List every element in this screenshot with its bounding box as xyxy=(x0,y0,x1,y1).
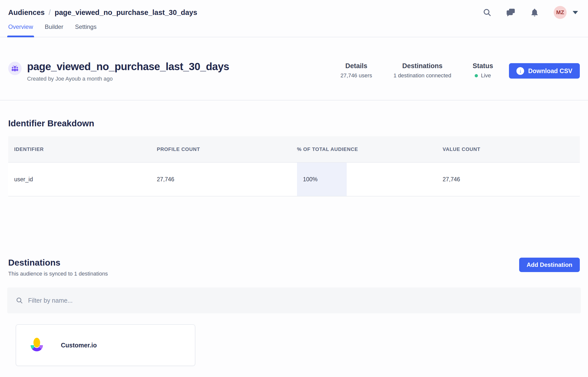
col-profile-count: PROFILE COUNT xyxy=(157,146,297,152)
top-bar: Audiences / page_viewed_no_purchase_last… xyxy=(0,0,588,19)
col-identifier: IDENTIFIER xyxy=(8,146,157,152)
audience-summary: Details 27,746 users Destinations 1 dest… xyxy=(340,61,580,79)
destinations-title: Destinations xyxy=(8,258,108,268)
col-pct-of-total: % OF TOTAL AUDIENCE xyxy=(297,146,443,152)
cell-value-count: 27,746 xyxy=(443,163,580,196)
audience-people-icon xyxy=(8,62,22,75)
filter-search-icon xyxy=(16,297,23,304)
cell-pct-of-total: 100% xyxy=(297,163,443,196)
download-csv-label: Download CSV xyxy=(528,67,572,75)
destination-card-customerio[interactable]: Customer.io xyxy=(16,324,195,366)
destination-filter-bar xyxy=(7,287,581,313)
avatar[interactable]: MZ xyxy=(554,6,567,19)
stat-details-value: 27,746 users xyxy=(340,72,372,79)
breadcrumb-separator: / xyxy=(49,8,51,17)
page-title: page_viewed_no_purchase_last_30_days xyxy=(27,61,229,73)
download-icon: ↓ xyxy=(516,67,524,75)
stat-status-label: Status xyxy=(473,62,493,70)
tab-settings[interactable]: Settings xyxy=(75,23,97,37)
table-header-row: IDENTIFIER PROFILE COUNT % OF TOTAL AUDI… xyxy=(8,136,580,163)
download-csv-button[interactable]: ↓ Download CSV xyxy=(509,63,580,79)
identifier-breakdown-table: IDENTIFIER PROFILE COUNT % OF TOTAL AUDI… xyxy=(8,136,580,196)
tab-bar: Overview Builder Settings xyxy=(0,23,588,37)
cell-profile-count: 27,746 xyxy=(157,163,297,196)
filter-by-name-input[interactable] xyxy=(28,297,581,304)
notifications-bell-icon[interactable] xyxy=(530,8,539,17)
status-badge: Live xyxy=(473,72,493,79)
audience-header: page_viewed_no_purchase_last_30_days Cre… xyxy=(0,37,588,82)
tab-overview[interactable]: Overview xyxy=(8,23,33,37)
status-live-dot-icon xyxy=(475,74,478,77)
created-by-text: Created by Joe Ayoub a month ago xyxy=(27,76,229,82)
add-destination-button[interactable]: Add Destination xyxy=(519,258,580,272)
stat-status: Status Live xyxy=(473,62,493,79)
stat-destinations: Destinations 1 destination connected xyxy=(393,62,451,79)
search-icon[interactable] xyxy=(483,8,492,17)
identifier-breakdown-title: Identifier Breakdown xyxy=(8,118,580,128)
status-live-text: Live xyxy=(481,72,491,79)
pct-highlight-bar: 100% xyxy=(297,163,347,196)
customerio-logo-icon xyxy=(29,336,45,354)
breadcrumb-current-page: page_viewed_no_purchase_last_30_days xyxy=(55,8,197,17)
tab-builder[interactable]: Builder xyxy=(45,23,63,37)
destinations-subtitle: This audience is synced to 1 destination… xyxy=(8,271,108,277)
chevron-down-icon[interactable] xyxy=(573,11,578,14)
account-menu[interactable]: MZ xyxy=(554,6,578,19)
breadcrumb: Audiences / page_viewed_no_purchase_last… xyxy=(8,8,197,17)
stat-details-label: Details xyxy=(340,62,372,70)
identifier-breakdown-section: Identifier Breakdown IDENTIFIER PROFILE … xyxy=(0,118,588,196)
header-divider xyxy=(0,100,588,100)
stat-destinations-value: 1 destination connected xyxy=(393,72,451,79)
destinations-header: Destinations This audience is synced to … xyxy=(0,258,588,277)
col-value-count: VALUE COUNT xyxy=(443,146,580,152)
chat-icon[interactable] xyxy=(506,8,515,17)
audience-title-block: page_viewed_no_purchase_last_30_days Cre… xyxy=(8,61,229,82)
stat-details: Details 27,746 users xyxy=(340,62,372,79)
topbar-actions: MZ xyxy=(483,6,578,19)
stat-destinations-label: Destinations xyxy=(393,62,451,70)
cell-identifier: user_id xyxy=(8,163,157,196)
stats-row: Details 27,746 users Destinations 1 dest… xyxy=(340,62,493,79)
destination-name: Customer.io xyxy=(61,342,97,349)
breadcrumb-audiences-link[interactable]: Audiences xyxy=(8,8,45,17)
table-row: user_id 27,746 100% 27,746 xyxy=(8,163,580,196)
